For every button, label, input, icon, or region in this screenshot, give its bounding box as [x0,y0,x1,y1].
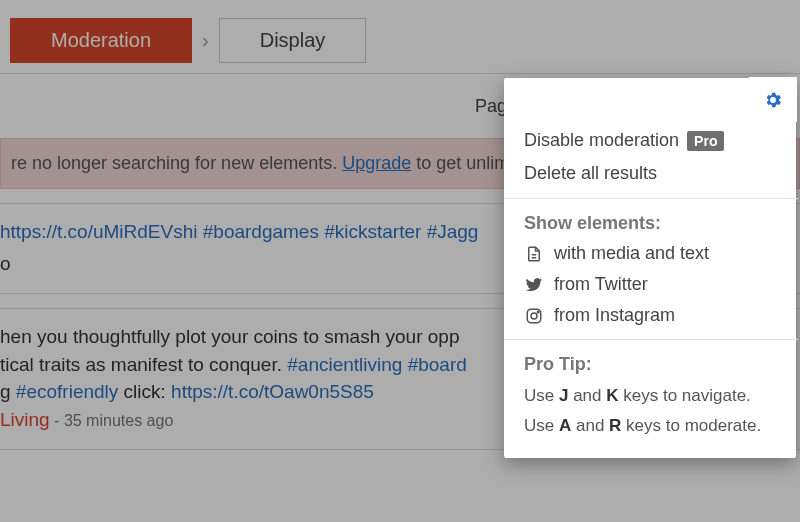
post-text-fragment: click: [118,381,171,402]
tab-display[interactable]: Display [219,18,367,63]
menu-item-label: from Instagram [554,305,675,326]
settings-dropdown: Disable moderation Pro Delete all result… [504,78,796,458]
svg-point-2 [537,311,539,313]
svg-point-1 [531,313,537,319]
post-text-line: tical traits as manifest to conquer. [0,354,287,375]
menu-item-label: from Twitter [554,274,648,295]
menu-divider [504,198,798,199]
post-url-link[interactable]: https://t.co/uMiRdEVshi [0,221,197,242]
pro-tip-line: Use J and K keys to navigate. [524,379,778,409]
upgrade-link[interactable]: Upgrade [342,153,411,173]
menu-filter-instagram[interactable]: from Instagram [524,300,778,331]
tab-moderation[interactable]: Moderation [10,18,192,63]
chevron-right-icon: › [202,29,209,52]
gear-icon [763,90,783,110]
post-hashtags[interactable]: #ancientliving #board [287,354,467,375]
menu-disable-moderation[interactable]: Disable moderation Pro [524,124,778,157]
post-hashtags[interactable]: #boardgames #kickstarter #Jagg [197,221,478,242]
post-author[interactable]: Living [0,409,50,430]
instagram-icon [524,307,544,325]
twitter-icon [524,276,544,294]
settings-gear-button-active[interactable] [749,77,797,122]
pro-tip-line: Use A and R keys to moderate. [524,409,778,439]
menu-item-label: Disable moderation [524,130,679,151]
post-hashtag[interactable]: #ecofriendly [16,381,118,402]
menu-filter-media-text[interactable]: with media and text [524,238,778,269]
post-text-fragment: g [0,381,16,402]
pro-badge: Pro [687,131,724,151]
menu-item-label: with media and text [554,243,709,264]
menu-divider [504,339,798,340]
post-dash: - [50,412,64,429]
menu-item-label: Delete all results [524,163,657,184]
menu-filter-twitter[interactable]: from Twitter [524,269,778,300]
tab-bar: Moderation › Display [0,0,800,73]
menu-section-title: Show elements: [524,209,778,238]
pro-tip-title: Pro Tip: [524,350,778,379]
post-timestamp: 35 minutes ago [64,412,173,429]
document-icon [524,245,544,263]
post-url-link[interactable]: https://t.co/tOaw0n5S85 [171,381,374,402]
menu-delete-all[interactable]: Delete all results [524,157,778,190]
banner-text-prefix: re no longer searching for new elements. [11,153,342,173]
banner-text-suffix: to get unlimi [411,153,513,173]
